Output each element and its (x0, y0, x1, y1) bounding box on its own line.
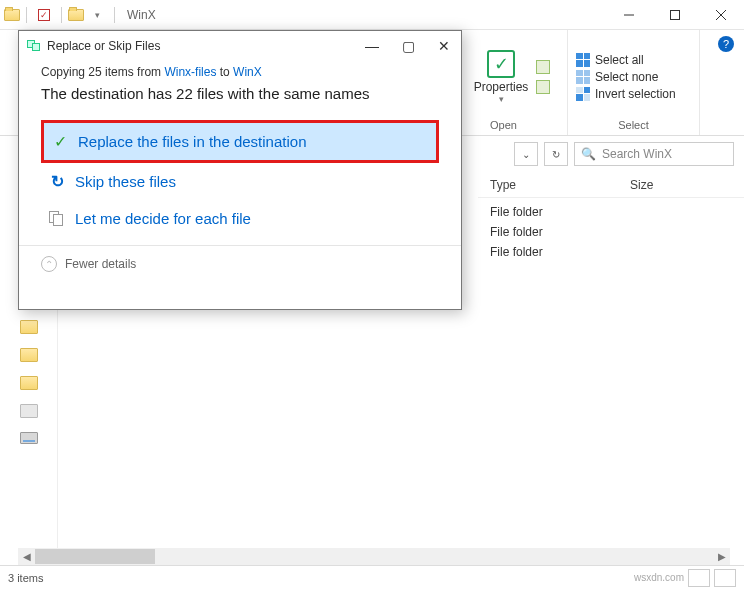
view-details-button[interactable] (688, 569, 710, 587)
dialog-close-button[interactable]: ✕ (435, 38, 453, 54)
refresh-button[interactable]: ↻ (544, 142, 568, 166)
column-size[interactable]: Size (630, 178, 730, 192)
search-placeholder: Search WinX (602, 147, 672, 161)
skip-arrow-icon: ↻ (49, 174, 65, 190)
open-group-label: Open (448, 119, 559, 133)
decide-label: Let me decide for each file (75, 210, 251, 227)
separator (61, 7, 62, 23)
disk-icon[interactable] (20, 432, 38, 444)
list-item[interactable]: File folder (490, 222, 732, 242)
address-dropdown[interactable]: ⌄ (514, 142, 538, 166)
replace-label: Replace the files in the destination (78, 133, 306, 150)
copying-line: Copying 25 items from Winx-files to WinX (41, 65, 439, 79)
dialog-maximize-button[interactable]: ▢ (399, 38, 417, 54)
quick-access-toolbar: ✓ ▾ (0, 4, 119, 26)
folder-icon[interactable] (20, 376, 38, 390)
replace-option[interactable]: ✓ Replace the files in the destination (41, 120, 439, 163)
help-icon[interactable]: ? (718, 36, 734, 52)
invert-selection-button[interactable]: Invert selection (576, 87, 676, 101)
folder-icon (68, 9, 84, 21)
select-all-button[interactable]: Select all (576, 53, 676, 67)
scroll-thumb[interactable] (35, 549, 155, 564)
item-count: 3 items (8, 572, 43, 584)
search-box[interactable]: 🔍 Search WinX (574, 142, 734, 166)
scroll-track[interactable] (35, 548, 713, 565)
list-item[interactable]: File folder (490, 202, 732, 222)
edit-small-icon[interactable] (536, 80, 550, 94)
search-icon: 🔍 (581, 147, 596, 161)
select-group-label: Select (576, 119, 691, 133)
source-link[interactable]: Winx-files (164, 65, 216, 79)
svg-rect-1 (671, 10, 680, 19)
dialog-minimize-button[interactable]: — (363, 38, 381, 54)
skip-option[interactable]: ↻ Skip these files (41, 163, 439, 200)
scroll-right-button[interactable]: ▶ (713, 548, 730, 565)
minimize-button[interactable] (606, 0, 652, 30)
qat-check-button[interactable]: ✓ (33, 4, 55, 26)
properties-button[interactable]: ✓ Properties ▾ (470, 46, 532, 108)
destination-message: The destination has 22 files with the sa… (41, 85, 439, 102)
folder-icon[interactable] (20, 348, 38, 362)
horizontal-scrollbar[interactable]: ◀ ▶ (18, 548, 730, 565)
decide-option[interactable]: Let me decide for each file (41, 200, 439, 237)
file-list: Type Size File folder File folder File f… (478, 172, 744, 552)
column-type[interactable]: Type (490, 178, 630, 192)
folder-icon[interactable] (20, 404, 38, 418)
ribbon-group-select: Select all Select none Invert selection … (568, 30, 700, 135)
window-controls (606, 0, 744, 30)
watermark: wsxdn.com (634, 572, 684, 583)
folder-icon (4, 9, 20, 21)
replace-skip-dialog: Replace or Skip Files — ▢ ✕ Copying 25 i… (18, 30, 462, 310)
copy-files-icon (27, 40, 41, 52)
checkmark-icon: ✓ (52, 134, 68, 150)
maximize-button[interactable] (652, 0, 698, 30)
skip-label: Skip these files (75, 173, 176, 190)
folder-icon[interactable] (20, 320, 38, 334)
separator (114, 7, 115, 23)
select-none-button[interactable]: Select none (576, 70, 676, 84)
view-icons-button[interactable] (714, 569, 736, 587)
dest-link[interactable]: WinX (233, 65, 262, 79)
window-title: WinX (127, 8, 156, 22)
qat-dropdown[interactable]: ▾ (86, 4, 108, 26)
close-button[interactable] (698, 0, 744, 30)
chevron-up-icon[interactable]: ⌃ (41, 256, 57, 272)
title-bar: ✓ ▾ WinX (0, 0, 744, 30)
dialog-title: Replace or Skip Files (47, 39, 160, 53)
dialog-titlebar: Replace or Skip Files — ▢ ✕ (19, 31, 461, 61)
list-item[interactable]: File folder (490, 242, 732, 262)
status-bar: 3 items wsxdn.com (0, 565, 744, 589)
separator (26, 7, 27, 23)
dialog-footer: ⌃ Fewer details (19, 245, 461, 282)
compare-files-icon (49, 211, 65, 227)
open-small-icon[interactable] (536, 60, 550, 74)
properties-label: Properties (474, 80, 529, 94)
fewer-details-link[interactable]: Fewer details (65, 257, 136, 271)
column-headers[interactable]: Type Size (478, 172, 744, 198)
scroll-left-button[interactable]: ◀ (18, 548, 35, 565)
